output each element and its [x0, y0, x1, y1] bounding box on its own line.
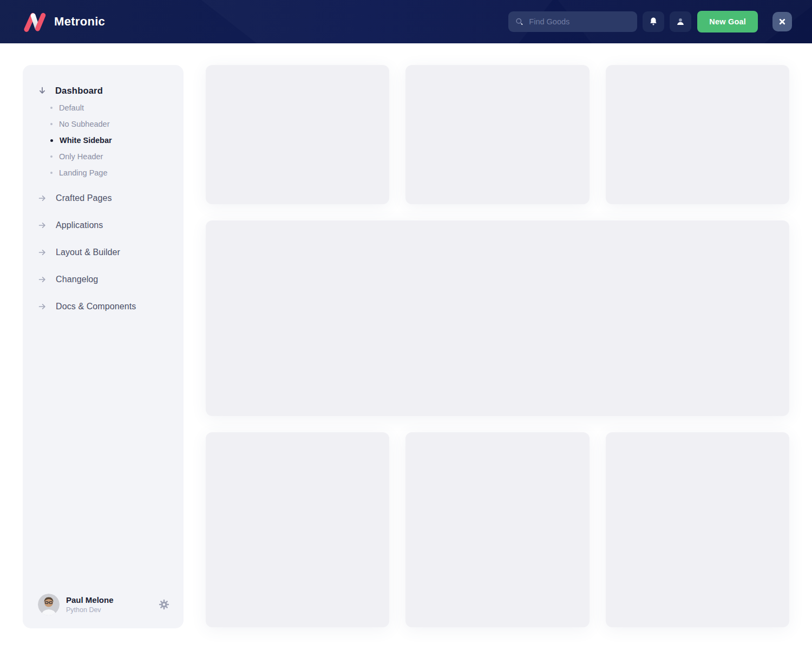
- sidebar-subitem-only-header[interactable]: Only Header: [23, 148, 184, 165]
- user-meta: Paul Melone Python Dev: [66, 595, 114, 614]
- sidebar-subitem-label: Landing Page: [59, 168, 108, 177]
- placeholder-card: [405, 432, 589, 627]
- top-header: Metronic New Goal: [0, 0, 812, 43]
- sidebar-subitem-label: White Sidebar: [60, 136, 112, 145]
- bullet-icon: [50, 155, 53, 158]
- brand-logo[interactable]: Metronic: [23, 10, 105, 33]
- placeholder-card: [606, 432, 789, 627]
- sidebar-item-label: Applications: [56, 220, 103, 230]
- placeholder-card: [206, 432, 389, 627]
- close-button[interactable]: [772, 12, 792, 31]
- settings-gear-icon[interactable]: [159, 599, 169, 610]
- sidebar-item-label: Crafted Pages: [56, 193, 112, 203]
- notifications-button[interactable]: [643, 11, 664, 32]
- sidebar-item-layout-builder[interactable]: Layout & Builder: [38, 246, 184, 259]
- search-icon: [515, 17, 523, 27]
- placeholder-card: [206, 65, 389, 204]
- arrow-down-icon: [38, 86, 47, 95]
- sidebar-subitem-landing-page[interactable]: Landing Page: [23, 165, 184, 181]
- sidebar-subitem-label: No Subheader: [59, 120, 110, 128]
- page-content: Dashboard Default No Subheader White Sid…: [0, 43, 812, 650]
- sidebar-item-label: Layout & Builder: [56, 248, 120, 257]
- avatar: [38, 594, 60, 615]
- sidebar-subitem-no-subheader[interactable]: No Subheader: [23, 116, 184, 132]
- sidebar-subitem-white-sidebar[interactable]: White Sidebar: [23, 132, 184, 148]
- card-row-top: [206, 65, 789, 204]
- sidebar-item-label: Docs & Components: [56, 302, 136, 311]
- sidebar: Dashboard Default No Subheader White Sid…: [23, 65, 184, 628]
- card-row-bottom: [206, 432, 789, 627]
- sidebar-menu: Crafted Pages Applications Layout & Buil…: [23, 192, 184, 313]
- bell-icon: [648, 16, 659, 27]
- header-actions: New Goal: [508, 11, 792, 32]
- bullet-icon: [50, 107, 53, 109]
- main-content: [206, 65, 789, 628]
- placeholder-card-wide: [206, 220, 789, 416]
- user-role: Python Dev: [66, 606, 114, 614]
- placeholder-card: [606, 65, 789, 204]
- sidebar-item-applications[interactable]: Applications: [38, 219, 184, 232]
- new-goal-button[interactable]: New Goal: [697, 11, 758, 32]
- sidebar-subitem-label: Only Header: [59, 152, 103, 161]
- dashboard-submenu: Default No Subheader White Sidebar Only …: [23, 100, 184, 181]
- sidebar-item-label: Dashboard: [55, 86, 103, 96]
- user-profile[interactable]: Paul Melone Python Dev: [38, 594, 169, 615]
- bullet-icon: [50, 172, 53, 174]
- search-input[interactable]: [529, 17, 630, 26]
- user-icon: [675, 16, 686, 27]
- arrow-right-icon: [38, 302, 47, 311]
- close-icon: [777, 16, 788, 27]
- bullet-icon: [50, 123, 53, 125]
- sidebar-item-changelog[interactable]: Changelog: [38, 273, 184, 286]
- search-box[interactable]: [508, 11, 637, 32]
- sidebar-item-dashboard[interactable]: Dashboard: [38, 84, 184, 97]
- user-name: Paul Melone: [66, 595, 114, 604]
- sidebar-item-docs-components[interactable]: Docs & Components: [38, 300, 184, 313]
- arrow-right-icon: [38, 194, 47, 203]
- arrow-right-icon: [38, 221, 47, 230]
- arrow-right-icon: [38, 275, 47, 284]
- bullet-icon: [50, 139, 53, 142]
- metronic-m-logo-icon: [23, 10, 47, 33]
- placeholder-card: [405, 65, 589, 204]
- sidebar-item-label: Changelog: [56, 275, 98, 284]
- sidebar-item-crafted-pages[interactable]: Crafted Pages: [38, 192, 184, 205]
- sidebar-subitem-default[interactable]: Default: [23, 100, 184, 116]
- brand-name: Metronic: [54, 15, 105, 29]
- account-button[interactable]: [670, 11, 691, 32]
- sidebar-subitem-label: Default: [59, 103, 84, 112]
- arrow-right-icon: [38, 248, 47, 257]
